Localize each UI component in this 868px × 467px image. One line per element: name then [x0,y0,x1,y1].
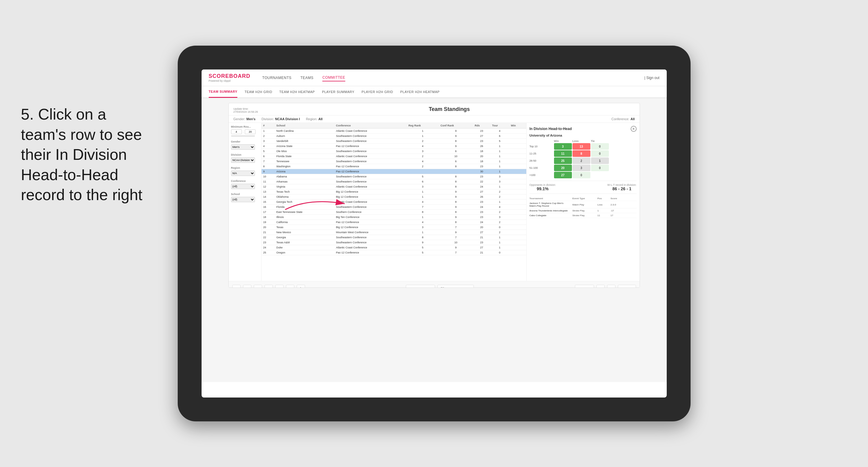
cell-school: Virginia [275,184,334,189]
region-filter-select[interactable]: N/A [231,170,255,176]
cell-tour: 2 [490,189,509,194]
cell-win [509,128,526,134]
tournament-score: -17 [611,209,626,212]
table-row[interactable]: 5 Ole Miss Southeastern Conference 3 6 1… [261,149,526,154]
cell-reg-rank: 3 [407,184,439,189]
table-row[interactable]: 9 Arizona Pac-12 Conference 30 1 [261,169,526,174]
layout-button[interactable]: ⊟ [607,285,615,288]
cell-conference: Atlantic Coast Conference [334,154,407,159]
forward-button[interactable]: ▷ [265,285,273,288]
share-button[interactable]: ↗Share [618,285,636,288]
col-school: School [275,123,334,128]
table-row[interactable]: 11 Arkansas Southeastern Conference 6 8 … [261,179,526,184]
cell-reg-rank: 4 [407,199,439,205]
cell-tour: 1 [490,159,509,164]
cell-rds: 20 [473,154,490,159]
cell-num: 18 [261,215,275,220]
back-button[interactable]: ◁ [254,285,262,288]
conference-filter-select[interactable]: (All) [231,184,255,189]
table-row[interactable]: 12 Virginia Atlantic Coast Conference 3 … [261,184,526,189]
cell-conf-rank: 9 [439,128,473,134]
max-rounds-input[interactable] [245,129,255,134]
h2h-tie-cell: 0 [591,165,609,171]
gender-filter-select[interactable]: Men's [231,144,255,150]
cell-conf-rank: 6 [439,149,473,154]
cell-tour: 4 [490,128,509,134]
h2h-close-button[interactable]: ✕ [631,126,637,132]
table-row[interactable]: 10 Alabama Southeastern Conference 5 8 2… [261,174,526,179]
cell-num: 22 [261,235,275,240]
copy-button[interactable]: ⊞ [275,285,284,288]
table-row[interactable]: 24 Duke Atlantic Coast Conference 5 9 27… [261,245,526,250]
school-filter-select[interactable]: (All) [231,197,255,202]
table-row[interactable]: 16 Florida Southeastern Conference 7 9 2… [261,205,526,210]
school-filter-label: School [231,193,259,196]
table-row[interactable]: 1 North Carolina Atlantic Coast Conferen… [261,128,526,134]
table-row[interactable]: 18 Illinois Big Ten Conference 1 9 23 3 [261,215,526,220]
undo-button[interactable]: ↩ [232,285,241,288]
cell-conf-rank: 8 [439,220,473,225]
tab-team-h2h-heatmap[interactable]: TEAM H2H HEATMAP [279,86,315,98]
table-row[interactable]: 6 Florida State Atlantic Coast Conferenc… [261,154,526,159]
cell-conf-rank: 9 [439,205,473,210]
division-filter-select[interactable]: NCAA Division I [231,157,255,163]
nav-teams[interactable]: TEAMS [300,74,313,81]
table-row[interactable]: 3 Vanderbilt Southeastern Conference 2 8… [261,139,526,144]
cell-school: Auburn [275,134,334,139]
table-row[interactable]: 13 Texas Tech Big 12 Conference 1 9 27 2 [261,189,526,194]
redo-button[interactable]: ↪ [243,285,251,288]
table-row[interactable]: 25 Oregon Pac-12 Conference 5 7 21 0 [261,250,526,255]
h2h-grid-row: 26-50 25 2 1 [530,157,637,164]
rounds-slider[interactable] [231,135,255,136]
table-row[interactable]: 17 East Tennessee State Southern Confere… [261,210,526,215]
cell-conference: Southeastern Conference [334,179,407,184]
cell-num: 20 [261,225,275,230]
instruction-text: 5. Click on a team's row to see their In… [21,104,146,205]
paste-button[interactable]: ⊟ [286,285,294,288]
tab-player-summary[interactable]: PLAYER SUMMARY [322,86,354,98]
cell-num: 6 [261,154,275,159]
tab-team-summary[interactable]: TEAM SUMMARY [209,86,238,98]
table-row[interactable]: 2 Auburn Southeastern Conference 1 9 27 … [261,134,526,139]
table-row[interactable]: 8 Washington Pac-12 Conference 2 8 23 1 [261,164,526,169]
min-rounds-input[interactable] [231,129,242,134]
table-row[interactable]: 7 Tennessee Southeastern Conference 4 6 … [261,159,526,164]
table-row[interactable]: 15 Georgia Tech Atlantic Coast Conferenc… [261,199,526,205]
nav-tournaments[interactable]: TOURNAMENTS [262,74,291,81]
cell-rds: 18 [473,159,490,164]
cell-conf-rank: 6 [439,159,473,164]
table-row[interactable]: 20 Texas Big 12 Conference 3 7 20 0 [261,225,526,230]
tab-team-h2h-grid[interactable]: TEAM H2H GRID [245,86,272,98]
cell-conf-rank: 10 [439,154,473,159]
clock-button[interactable]: ⏱ [297,285,305,288]
table-row[interactable]: 22 Georgia Southeastern Conference 8 7 2… [261,235,526,240]
h2h-col-tie: Tie [591,139,609,143]
cell-reg-rank: 4 [407,220,439,225]
cell-win [509,199,526,205]
col-score: Score [611,197,626,200]
tab-player-h2h-grid[interactable]: PLAYER H2H GRID [362,86,393,98]
sign-out-button[interactable]: | Sign out [644,76,659,80]
tab-player-h2h-heatmap[interactable]: PLAYER H2H HEATMAP [400,86,439,98]
table-row[interactable]: 21 New Mexico Mountain West Conference 1… [261,230,526,235]
save-custom-button[interactable]: 💾Save Custom View [437,285,474,288]
cell-num: 10 [261,174,275,179]
cell-rds: 23 [473,164,490,169]
h2h-loss-cell: 8 [572,150,590,157]
cell-conference: Southeastern Conference [334,134,407,139]
nav-committee[interactable]: COMMITTEE [322,74,345,82]
table-row[interactable]: 14 Oklahoma Big 12 Conference 1 9 26 2 [261,194,526,199]
view-original-button[interactable]: 👁View: Original [406,285,435,288]
cell-conference: Southeastern Conference [334,159,407,164]
h2h-tie-cell: 0 [591,143,609,150]
print-button[interactable]: 🖨 [596,285,605,288]
cell-tour: 5 [490,139,509,144]
table-scroll[interactable]: # School Conference Reg Rank Conf Rank R… [261,123,526,270]
watch-button[interactable]: 👁Watch [575,285,594,288]
cell-reg-rank: 2 [407,154,439,159]
table-row[interactable]: 4 Arizona State Pac-12 Conference 4 9 26… [261,144,526,149]
table-row[interactable]: 19 California Pac-12 Conference 4 8 24 2 [261,220,526,225]
table-row[interactable]: 23 Texas A&M Southeastern Conference 9 1… [261,240,526,245]
cell-conf-rank: 7 [439,235,473,240]
cell-num: 11 [261,179,275,184]
